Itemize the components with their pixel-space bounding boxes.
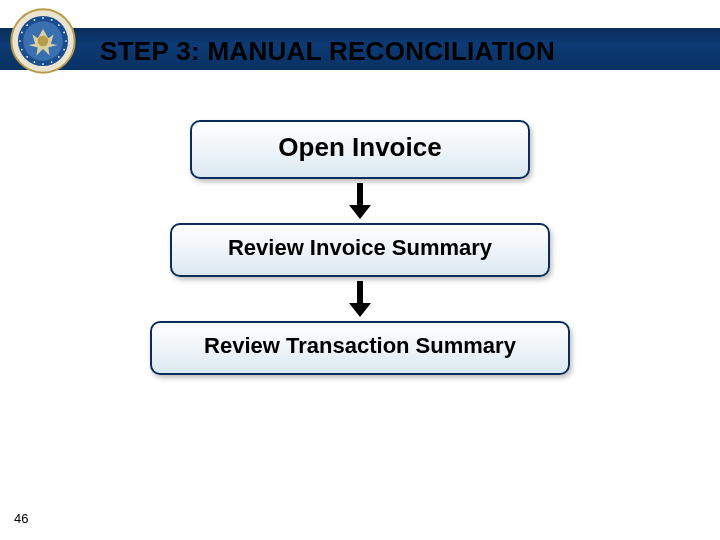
svg-point-4 — [42, 17, 44, 19]
svg-point-5 — [51, 19, 53, 21]
svg-point-16 — [19, 40, 21, 42]
svg-point-15 — [21, 49, 23, 51]
step-review-transaction-summary: Review Transaction Summary — [150, 321, 570, 375]
svg-point-3 — [38, 36, 49, 47]
step-label: Review Invoice Summary — [228, 235, 492, 260]
svg-point-8 — [65, 40, 67, 42]
slide-container: Defense Travel Management Office STEP 3:… — [0, 0, 720, 540]
step-label: Open Invoice — [278, 132, 441, 162]
svg-point-9 — [63, 49, 65, 51]
svg-point-12 — [42, 63, 44, 65]
svg-point-13 — [34, 61, 36, 63]
page-number: 46 — [14, 511, 28, 526]
svg-point-18 — [26, 24, 28, 26]
svg-point-17 — [21, 32, 23, 34]
svg-point-6 — [58, 24, 60, 26]
arrow-down-icon — [349, 183, 371, 219]
step-review-invoice-summary: Review Invoice Summary — [170, 223, 550, 277]
svg-point-14 — [26, 56, 28, 58]
step-label: Review Transaction Summary — [204, 333, 516, 358]
page-title: STEP 3: MANUAL RECONCILIATION — [100, 36, 555, 67]
svg-point-10 — [58, 56, 60, 58]
flow-diagram: Open Invoice Review Invoice Summary Revi… — [0, 120, 720, 375]
step-open-invoice: Open Invoice — [190, 120, 530, 179]
org-label: Defense Travel Management Office — [486, 6, 712, 22]
svg-point-19 — [34, 19, 36, 21]
arrow-down-icon — [349, 281, 371, 317]
svg-point-7 — [63, 32, 65, 34]
dod-seal-icon — [10, 8, 76, 74]
svg-point-11 — [51, 61, 53, 63]
